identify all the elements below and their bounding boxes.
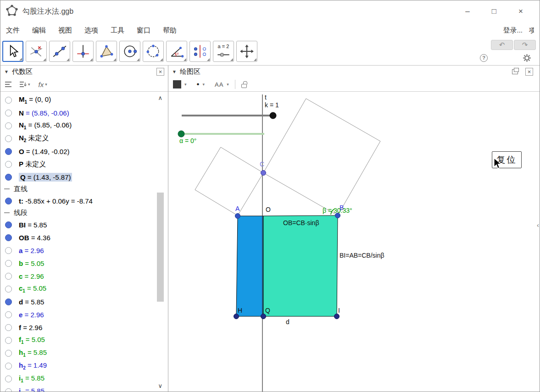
visibility-dot-on[interactable] [5, 174, 12, 181]
algebra-item-t[interactable]: t: -5.85x + 0.06y = -8.74 [0, 194, 168, 207]
menu-tools[interactable]: 工具 [111, 26, 124, 35]
scroll-up-icon[interactable]: ∧ [158, 94, 162, 101]
visibility-dot-off[interactable] [5, 286, 12, 293]
slider-alpha-knob[interactable] [178, 131, 184, 137]
algebra-item-N[interactable]: N = (5.85, -0.06) [0, 106, 168, 119]
graphics-collapse-icon[interactable]: ▼ [172, 69, 177, 74]
square-on-AC[interactable] [195, 147, 263, 215]
menu-edit[interactable]: 编辑 [32, 26, 46, 35]
menu-window[interactable]: 窗口 [137, 26, 150, 35]
visibility-dot-off[interactable] [5, 273, 12, 280]
algebra-item-N2[interactable]: N2 未定义 [0, 132, 168, 145]
fx-filter-icon[interactable]: fx▾ [39, 81, 47, 88]
point-Q[interactable] [261, 314, 266, 319]
visibility-dot-off[interactable] [5, 110, 12, 116]
graphics-close-icon[interactable]: × [525, 68, 533, 76]
visibility-dot-off[interactable] [5, 375, 12, 382]
algebra-section[interactable]: 直线 [0, 183, 168, 194]
undo-button[interactable]: ↶ [491, 40, 513, 50]
visibility-dot-off[interactable] [5, 337, 12, 344]
redo-button[interactable]: ↷ [514, 40, 536, 50]
algebra-item-c1[interactable]: c1 = 5.05 [0, 282, 168, 295]
auxiliary-objects-icon[interactable] [5, 82, 11, 87]
blue-square[interactable] [236, 216, 263, 316]
tool-line[interactable] [49, 41, 70, 62]
scrollbar-thumb[interactable] [157, 193, 164, 302]
point-H[interactable] [234, 314, 239, 319]
tool-angle[interactable]: α [166, 41, 187, 62]
help-icon[interactable]: ? [480, 54, 488, 62]
algebra-item-a[interactable]: a = 2.96 [0, 244, 168, 257]
text-style-icon[interactable]: AA [215, 81, 223, 88]
tool-slider[interactable]: a = 2 [213, 41, 234, 62]
unlock-icon[interactable] [241, 84, 247, 88]
visibility-dot-on[interactable] [5, 198, 12, 204]
point-style-icon[interactable]: • [197, 80, 200, 89]
maximize-button[interactable]: □ [481, 4, 507, 19]
visibility-dot-off[interactable] [5, 135, 12, 142]
menu-help[interactable]: 帮助 [163, 26, 177, 35]
algebra-item-O[interactable]: O = (1.49, -0.02) [0, 145, 168, 158]
algebra-item-P[interactable]: P 未定义 [0, 158, 168, 171]
slider-k-knob[interactable] [270, 112, 276, 119]
algebra-item-BI[interactable]: BI = 5.85 [0, 218, 168, 231]
algebra-close-icon[interactable]: × [156, 68, 164, 76]
tool-perpendicular-line[interactable] [72, 41, 94, 62]
algebra-item-N1[interactable]: N1 = (5.85, -0.06) [0, 119, 168, 132]
teal-square[interactable] [263, 215, 338, 316]
square-on-CB[interactable] [263, 99, 380, 215]
algebra-item-j1[interactable]: j1 = 5.85 [0, 385, 168, 392]
color-swatch[interactable] [173, 80, 181, 88]
close-button[interactable]: × [507, 4, 534, 19]
algebra-item-f1[interactable]: f1 = 5.05 [0, 334, 168, 347]
visibility-dot-on[interactable] [5, 221, 12, 228]
tool-move[interactable] [2, 41, 23, 62]
visibility-dot-off[interactable] [5, 324, 12, 331]
point-C[interactable] [261, 171, 266, 176]
visibility-dot-off[interactable] [5, 97, 12, 104]
visibility-dot-on[interactable] [5, 298, 12, 305]
gear-icon[interactable] [523, 54, 531, 62]
visibility-dot-off[interactable] [5, 247, 12, 254]
menu-options[interactable]: 选项 [84, 26, 98, 35]
visibility-dot-off[interactable] [5, 388, 12, 392]
algebra-item-e[interactable]: e = 2.96 [0, 308, 168, 321]
visibility-dot-on[interactable] [5, 148, 12, 155]
algebra-item-M1[interactable]: M1 = (0, 0) [0, 94, 168, 106]
graphics-canvas[interactable]: t k = 1 α = 0° C A B O β = 30.33° OB=CB·… [168, 92, 540, 392]
point-A[interactable] [235, 214, 240, 219]
algebra-item-h2[interactable]: h2 = 1.49 [0, 359, 168, 372]
minimize-button[interactable]: – [454, 4, 481, 19]
sort-objects-icon[interactable]: ▾ [20, 81, 30, 88]
visibility-dot-off[interactable] [5, 161, 12, 168]
visibility-dot-off[interactable] [5, 311, 12, 318]
visibility-dot-off[interactable] [5, 260, 12, 267]
algebra-item-Q[interactable]: Q = (1.43, -5.87) [0, 171, 168, 183]
visibility-dot-off[interactable] [5, 350, 12, 357]
tool-circle-center-point[interactable] [119, 41, 140, 62]
algebra-item-c[interactable]: c = 2.96 [0, 270, 168, 282]
tool-reflect[interactable] [189, 41, 211, 62]
algebra-item-f[interactable]: f = 2.96 [0, 321, 168, 334]
algebra-item-b[interactable]: b = 5.05 [0, 257, 168, 270]
menu-file[interactable]: 文件 [6, 26, 20, 35]
visibility-dot-off[interactable] [5, 122, 12, 129]
scroll-down-icon[interactable]: ∨ [158, 382, 162, 389]
tool-point[interactable] [26, 41, 47, 62]
tool-move-graphics-view[interactable] [236, 41, 257, 62]
login-button[interactable]: 登录... [503, 26, 523, 35]
algebra-item-d[interactable]: d = 5.85 [0, 295, 168, 308]
algebra-item-OB[interactable]: OB = 4.36 [0, 231, 168, 244]
visibility-dot-on[interactable] [5, 234, 12, 241]
tool-conic[interactable] [143, 41, 164, 62]
visibility-dot-off[interactable] [5, 363, 12, 370]
tool-polygon[interactable] [96, 41, 117, 62]
algebra-collapse-icon[interactable]: ▼ [4, 69, 9, 74]
point-I[interactable] [334, 314, 340, 319]
unpin-window-icon[interactable] [512, 69, 518, 74]
menu-view[interactable]: 视图 [58, 26, 72, 35]
algebra-section[interactable]: 线段 [0, 207, 168, 218]
panel-collapse-handle[interactable]: ‹ [537, 221, 539, 229]
algebra-item-i1[interactable]: i1 = 5.85 [0, 372, 168, 385]
algebra-item-h1[interactable]: h1 = 5.85 [0, 347, 168, 359]
